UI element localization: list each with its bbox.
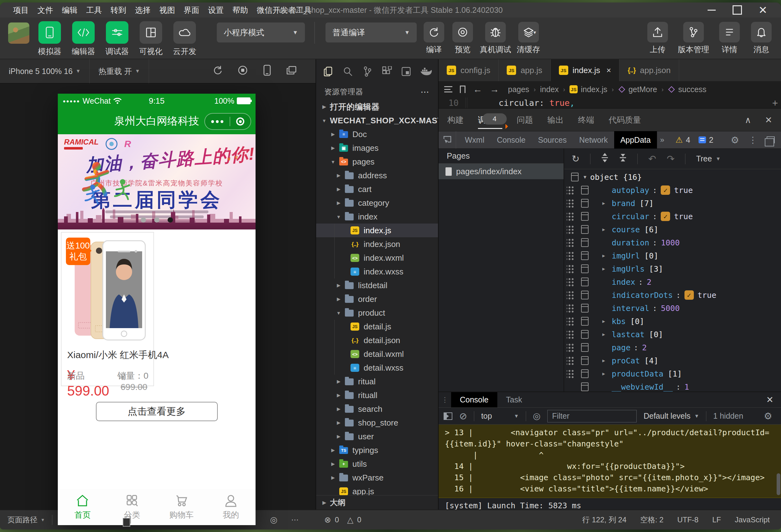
tree-item[interactable]: JS app.js [316, 485, 438, 495]
appdata-entry[interactable]: autoplay : ✓ true [564, 184, 781, 197]
expand-arrow-icon[interactable] [327, 131, 339, 137]
expand-arrow-icon[interactable] [602, 371, 612, 376]
expand-arrow-icon[interactable] [333, 173, 344, 178]
tree-item[interactable]: {..} index.json [316, 237, 438, 251]
expand-arrow-icon[interactable] [333, 186, 344, 192]
menu-tools[interactable]: 工具 [82, 2, 106, 17]
tree-item[interactable]: {..} detail.json [316, 334, 438, 347]
docker-icon[interactable] [418, 63, 434, 80]
source-control-icon[interactable] [359, 63, 375, 80]
drag-handle-icon[interactable] [567, 212, 577, 221]
expand-arrow-icon[interactable] [327, 159, 339, 165]
tree-item[interactable]: ≡ detail.wxss [316, 361, 438, 374]
tree-item[interactable]: product [316, 306, 438, 320]
appdata-entry[interactable]: imgUrl : ✓ [0] [564, 249, 781, 262]
menu-file[interactable]: 文件 [33, 2, 57, 17]
nav-back-icon[interactable]: ← [473, 84, 482, 95]
details-button[interactable]: 详情 [718, 17, 741, 55]
tree-item[interactable]: TS typings [316, 443, 438, 457]
drag-handle-icon[interactable] [567, 304, 577, 313]
submodule-icon[interactable] [398, 63, 414, 80]
appdata-entry[interactable]: proCat : ✓ [4] [564, 354, 781, 367]
page-path-label[interactable]: 页面路径 [7, 515, 38, 525]
console-tab[interactable]: Console [451, 392, 497, 407]
devtools-tab[interactable]: Wxml [459, 131, 490, 148]
problems-status[interactable]: ⊗ 0 △ 0 [316, 515, 439, 525]
tree-item[interactable]: 打开的编辑器 [316, 100, 438, 114]
expand-arrow-icon[interactable] [319, 104, 330, 109]
appdata-entry[interactable]: interval : ✓ 5000 [564, 302, 781, 315]
cloud-dev-button[interactable]: 云开发 [171, 17, 198, 56]
product-card[interactable]: 送100礼包 [61, 232, 154, 386]
carousel-dots[interactable] [140, 217, 173, 223]
scrollbar[interactable] [777, 427, 780, 507]
panel-tab[interactable]: 问题 [517, 108, 533, 131]
expand-arrow-icon[interactable] [333, 379, 344, 384]
language-mode[interactable]: JavaScript [735, 516, 770, 524]
levels-select[interactable]: Default levels▼ [644, 411, 699, 420]
maximize-button[interactable] [729, 3, 746, 17]
tree-item[interactable]: <> index.wxml [316, 251, 438, 265]
more-tabs-icon[interactable]: » [657, 135, 667, 144]
expand-arrow-icon[interactable] [333, 200, 344, 206]
expand-arrow-icon[interactable] [602, 253, 612, 259]
compile-button[interactable]: 编译 [422, 17, 446, 55]
visualizer-button[interactable]: 可视化 [137, 17, 164, 56]
devtools-tab[interactable]: Console [490, 131, 532, 148]
editor-tab[interactable]: {..} app.json × [619, 59, 679, 81]
expand-arrow-icon[interactable] [327, 447, 339, 453]
console-sidebar-icon[interactable] [444, 412, 452, 420]
console-log[interactable]: > 13 | <navigator class="pr" url="../pro… [439, 425, 781, 509]
watch-icon[interactable]: ◎ [270, 515, 277, 525]
appdata-entry[interactable]: course : ✓ [6] [564, 223, 781, 236]
page-item[interactable]: pages/index/index [439, 164, 564, 179]
debugger-button[interactable]: 调试器 [104, 17, 131, 56]
tree-item[interactable]: ▣ images [316, 141, 438, 155]
expand-arrow-icon[interactable] [333, 296, 344, 302]
menu-project[interactable]: 项目 [9, 2, 33, 17]
tree-item[interactable]: ≡ Doc [316, 127, 438, 141]
undo-icon[interactable]: ↶ [648, 153, 656, 164]
redo-icon[interactable]: ↷ [667, 153, 674, 164]
checkbox-icon[interactable]: ✓ [661, 185, 670, 195]
carousel-banner[interactable]: RAMICAL R 加油，奋斗路上的你! 广州市技师学院&雷米高宠物美容师学校 … [58, 134, 255, 229]
context-select[interactable]: top▼ [481, 411, 519, 420]
editor-tab[interactable]: JS app.js × [499, 59, 550, 81]
add-icon[interactable]: + [772, 97, 778, 108]
bookmark-icon[interactable] [460, 86, 465, 93]
tab-category[interactable]: 分类 [107, 489, 157, 525]
version-control-button[interactable]: 版本管理 [678, 17, 709, 55]
mode-select[interactable]: 小程序模式 ▼ [217, 23, 305, 42]
appdata-entry[interactable]: brand : ✓ [7] [564, 197, 781, 210]
expand-arrow-icon[interactable] [602, 266, 612, 272]
tree-item[interactable]: rituall [316, 388, 438, 402]
panel-tab[interactable]: 输出 [547, 108, 564, 131]
preview-button[interactable]: 预览 [451, 17, 474, 55]
collapse-panel-icon[interactable]: ∧ [745, 115, 751, 125]
outline-section[interactable]: ▶ 大纲 [316, 495, 438, 509]
menu-goto[interactable]: 转到 [106, 2, 131, 17]
cursor-position[interactable]: 行 122, 列 24 [582, 515, 626, 525]
tree-item[interactable]: category [316, 196, 438, 210]
compile-mode-select[interactable]: 普通编译 ▼ [326, 23, 417, 42]
tree-item[interactable]: cart [316, 182, 438, 196]
tree-item[interactable]: search [316, 402, 438, 416]
expand-arrow-icon[interactable] [333, 310, 344, 316]
clear-cache-button[interactable]: ▼ 清缓存 [517, 17, 540, 55]
refresh-icon[interactable]: ↻ [572, 153, 579, 164]
devtools-tab[interactable]: AppData [614, 131, 657, 148]
expand-arrow-icon[interactable] [333, 406, 344, 412]
appdata-entry[interactable]: productData : ✓ [1] [564, 367, 781, 380]
tree-item[interactable]: user [316, 430, 438, 443]
hot-reload-toggle[interactable]: 热重载 开▼ [90, 59, 149, 83]
live-expression-icon[interactable]: ◎ [533, 411, 540, 421]
kebab-menu-icon[interactable]: ⋮ [748, 135, 757, 145]
menu-select[interactable]: 选择 [131, 2, 155, 17]
breadcrumb-callback[interactable]: success [678, 85, 706, 94]
tree-item[interactable]: shop_store [316, 416, 438, 430]
console-warning[interactable]: > 13 | <navigator class="pr" url="../pro… [439, 425, 781, 498]
expand-arrow-icon[interactable] [333, 420, 344, 426]
tree-item[interactable]: wxParse [316, 471, 438, 485]
expand-arrow-icon[interactable] [333, 392, 344, 398]
detach-window-icon[interactable] [286, 65, 297, 77]
